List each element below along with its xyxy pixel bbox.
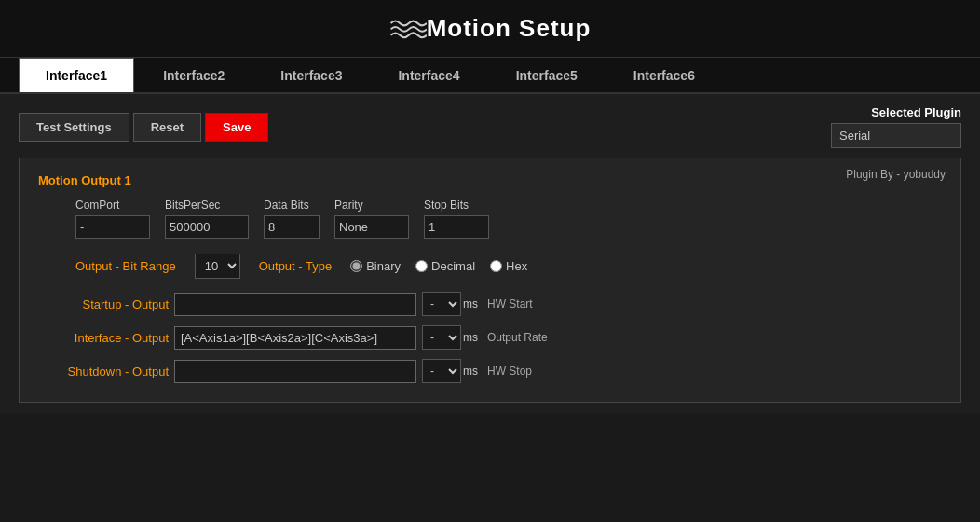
tab-interface5[interactable]: Interface5 bbox=[489, 58, 605, 92]
wave-icon bbox=[389, 13, 427, 44]
main-content: Test Settings Reset Save Selected Plugin… bbox=[0, 94, 980, 414]
output-type-radio-group: Binary Decimal Hex bbox=[350, 259, 527, 273]
tab-interface1[interactable]: Interface1 bbox=[19, 58, 134, 92]
interface-ms-wrap: - 0 100 500 ms bbox=[422, 325, 478, 350]
toolbar-right: Selected Plugin Serial DMX UDP bbox=[831, 105, 961, 148]
interface-ms-select[interactable]: - 0 100 500 bbox=[422, 325, 461, 350]
panel-title: Motion Output 1 bbox=[38, 173, 942, 187]
app-title: Motion Setup bbox=[427, 14, 592, 43]
selected-plugin-label: Selected Plugin bbox=[871, 105, 961, 119]
shutdown-output-label: Shutdown - Output bbox=[38, 364, 169, 378]
header: Motion Setup bbox=[0, 0, 980, 58]
toolbar-left: Test Settings Reset Save bbox=[19, 113, 268, 142]
output-type-label: Output - Type bbox=[259, 259, 333, 273]
startup-output-label: Startup - Output bbox=[38, 297, 169, 311]
shutdown-ms-label: ms bbox=[463, 364, 478, 378]
startup-ms-select[interactable]: - 0 100 500 bbox=[422, 292, 461, 316]
comport-label: ComPort bbox=[75, 199, 119, 212]
interface-output-input[interactable] bbox=[174, 326, 416, 350]
startup-ms-label: ms bbox=[463, 297, 478, 310]
plugin-by-label: Plugin By - yobuddy bbox=[846, 168, 946, 181]
databits-group: Data Bits 5 6 7 8 bbox=[264, 199, 320, 239]
bit-range-select[interactable]: 8 10 12 16 bbox=[195, 254, 240, 279]
stopbits-group: Stop Bits 1 1.5 2 bbox=[424, 199, 489, 239]
databits-label: Data Bits bbox=[264, 199, 309, 212]
plugin-select[interactable]: Serial DMX UDP bbox=[831, 123, 961, 148]
bitspersec-label: BitsPerSec bbox=[165, 199, 220, 212]
radio-binary[interactable]: Binary bbox=[350, 259, 401, 273]
interface-ms-label: ms bbox=[463, 331, 478, 344]
radio-hex[interactable]: Hex bbox=[490, 259, 527, 273]
parity-group: Parity None Even Odd Mark Space bbox=[334, 199, 409, 239]
startup-output-input[interactable] bbox=[174, 293, 416, 316]
shutdown-output-row: Shutdown - Output - 0 100 500 ms HW Stop bbox=[38, 359, 942, 383]
shutdown-hw-label: HW Stop bbox=[487, 364, 532, 378]
interface-output-row: Interface - Output - 0 100 500 ms Output… bbox=[38, 325, 942, 350]
stopbits-select[interactable]: 1 1.5 2 bbox=[424, 215, 489, 239]
shutdown-ms-select[interactable]: - 0 100 500 bbox=[422, 359, 461, 383]
tab-interface4[interactable]: Interface4 bbox=[371, 58, 486, 92]
bit-range-row: Output - Bit Range 8 10 12 16 Output - T… bbox=[38, 254, 942, 279]
reset-button[interactable]: Reset bbox=[133, 113, 201, 142]
bitspersec-select[interactable]: 9600 115200 500000 1000000 bbox=[165, 215, 249, 239]
comport-group: ComPort - COM1 COM2 COM3 COM4 bbox=[75, 199, 150, 239]
radio-decimal[interactable]: Decimal bbox=[415, 259, 475, 273]
comport-select[interactable]: - COM1 COM2 COM3 COM4 bbox=[75, 215, 150, 239]
test-settings-button[interactable]: Test Settings bbox=[19, 113, 129, 142]
startup-hw-label: HW Start bbox=[487, 297, 533, 310]
shutdown-ms-wrap: - 0 100 500 ms bbox=[422, 359, 478, 383]
panel: Motion Output 1 Plugin By - yobuddy ComP… bbox=[19, 158, 961, 403]
save-button[interactable]: Save bbox=[205, 113, 268, 142]
parity-select[interactable]: None Even Odd Mark Space bbox=[334, 215, 409, 239]
bitspersec-group: BitsPerSec 9600 115200 500000 1000000 bbox=[165, 199, 249, 239]
tab-interface6[interactable]: Interface6 bbox=[606, 58, 722, 92]
plugin-select-wrap: Serial DMX UDP bbox=[831, 123, 961, 148]
tab-interface3[interactable]: Interface3 bbox=[253, 58, 369, 92]
interface-output-label: Interface - Output bbox=[38, 331, 169, 345]
tabs-bar: Interface1 Interface2 Interface3 Interfa… bbox=[0, 58, 980, 94]
databits-select[interactable]: 5 6 7 8 bbox=[264, 215, 320, 239]
serial-settings-row: ComPort - COM1 COM2 COM3 COM4 BitsPerSec… bbox=[38, 199, 942, 239]
parity-label: Parity bbox=[334, 199, 363, 212]
stopbits-label: Stop Bits bbox=[424, 199, 469, 212]
interface-hw-label: Output Rate bbox=[487, 331, 548, 344]
output-rows: Startup - Output - 0 100 500 ms HW Start… bbox=[38, 292, 942, 383]
bit-range-label: Output - Bit Range bbox=[75, 259, 176, 273]
toolbar: Test Settings Reset Save Selected Plugin… bbox=[19, 105, 961, 148]
shutdown-output-input[interactable] bbox=[174, 360, 416, 383]
startup-output-row: Startup - Output - 0 100 500 ms HW Start bbox=[38, 292, 942, 316]
tab-interface2[interactable]: Interface2 bbox=[136, 58, 252, 92]
startup-ms-wrap: - 0 100 500 ms bbox=[422, 292, 478, 316]
